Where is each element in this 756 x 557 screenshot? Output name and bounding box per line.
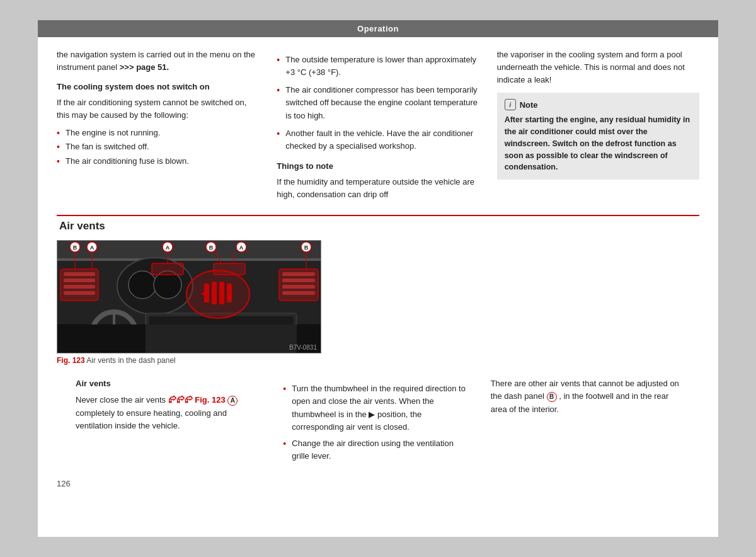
- col2-bullet-list: The outside temperature is lower than ap…: [277, 54, 479, 152]
- svg-rect-48: [219, 282, 224, 304]
- svg-text:B: B: [73, 244, 77, 251]
- list-item: Change the air direction using the venti…: [283, 437, 472, 462]
- air-vents-bullet-list: Turn the thumbwheel in the required dire…: [283, 382, 472, 462]
- air-vents-col1-body: Never close the air vents ⮳⮳⮳ Fig. 123 A…: [76, 394, 265, 432]
- svg-text:B: B: [304, 244, 309, 251]
- svg-rect-8: [64, 291, 95, 295]
- svg-text:◀: ◀: [200, 288, 209, 298]
- figure-caption: Fig. 123 Air vents in the dash panel: [57, 356, 321, 365]
- list-item: Turn the thumbwheel in the required dire…: [283, 382, 472, 434]
- note-label: Note: [520, 100, 538, 110]
- svg-point-16: [129, 271, 156, 299]
- svg-rect-52: [146, 324, 297, 353]
- dashboard-svg: B A A: [57, 241, 321, 353]
- svg-text:A: A: [166, 244, 170, 251]
- note-box: i Note After starting the engine, any re…: [497, 93, 699, 180]
- svg-rect-6: [64, 278, 95, 282]
- svg-rect-18: [152, 263, 183, 275]
- svg-rect-2: [57, 258, 321, 261]
- top-content: the navigation system is carried out in …: [38, 37, 718, 212]
- svg-rect-30: [282, 272, 315, 276]
- list-item: The air conditioning fuse is blown.: [57, 155, 259, 168]
- col-3: the vaporiser in the cooling system and …: [488, 49, 699, 206]
- svg-rect-47: [212, 282, 217, 304]
- note-header: i Note: [505, 99, 692, 110]
- svg-point-45: [186, 270, 249, 318]
- figure-number: Fig. 123: [57, 356, 85, 365]
- air-vents-sub-heading: Air vents: [76, 377, 265, 390]
- svg-rect-7: [64, 285, 95, 289]
- air-vents-section: Air vents: [57, 215, 699, 475]
- fig-ref-link: ⮳⮳⮳ Fig. 123: [168, 395, 226, 405]
- page-number: 126: [38, 475, 718, 495]
- page: Operation the navigation system is carri…: [38, 20, 718, 537]
- info-icon: i: [505, 99, 516, 110]
- air-vents-bottom: Air vents Never close the air vents ⮳⮳⮳ …: [57, 371, 699, 475]
- label-a-circle: A: [227, 396, 238, 406]
- figure-code: B7V-0831: [289, 344, 317, 351]
- air-vents-col2: Turn the thumbwheel in the required dire…: [274, 377, 481, 469]
- air-vents-col1: Air vents Never close the air vents ⮳⮳⮳ …: [76, 377, 274, 469]
- cooling-bullet-list: The engine is not running. The fan is sw…: [57, 127, 259, 167]
- things-note-heading: Things to note: [277, 161, 479, 171]
- note-body: After starting the engine, any residual …: [505, 114, 692, 173]
- figure-caption-text: Air vents in the dash panel: [86, 356, 175, 365]
- svg-rect-31: [282, 278, 315, 282]
- svg-text:B: B: [209, 244, 214, 251]
- label-b-circle: B: [547, 392, 557, 402]
- cooling-body: If the air conditioning system cannot be…: [57, 96, 259, 122]
- air-vents-title: Air vents: [57, 220, 699, 233]
- col-1: the navigation system is carried out in …: [57, 49, 268, 206]
- air-vents-col3-body: There are other air vents that cannot be…: [491, 377, 680, 415]
- cooling-system-heading: The cooling system does not switch on: [57, 82, 259, 91]
- header-title: Operation: [357, 24, 399, 33]
- list-item: Another fault in the vehicle. Have the a…: [277, 127, 479, 152]
- list-item: The engine is not running.: [57, 127, 259, 139]
- condensation-text: the vaporiser in the cooling system and …: [497, 49, 699, 86]
- svg-rect-33: [282, 291, 315, 295]
- air-vents-col3: There are other air vents that cannot be…: [482, 377, 680, 469]
- svg-text:A: A: [90, 244, 94, 251]
- air-vents-figure: B A A: [57, 240, 321, 353]
- intro-text: the navigation system is carried out in …: [57, 49, 259, 73]
- things-body: If the humidity and temperature outside …: [277, 176, 479, 201]
- col-2: The outside temperature is lower than ap…: [268, 49, 488, 206]
- svg-rect-49: [227, 284, 232, 302]
- svg-rect-32: [282, 285, 315, 289]
- svg-rect-5: [64, 272, 95, 276]
- list-item: The outside temperature is lower than ap…: [277, 54, 479, 79]
- list-item: The air conditioner compressor has been …: [277, 84, 479, 122]
- header-bar: Operation: [38, 20, 718, 37]
- svg-rect-1: [57, 241, 321, 260]
- svg-text:A: A: [239, 244, 244, 251]
- list-item: The fan is switched off.: [57, 141, 259, 153]
